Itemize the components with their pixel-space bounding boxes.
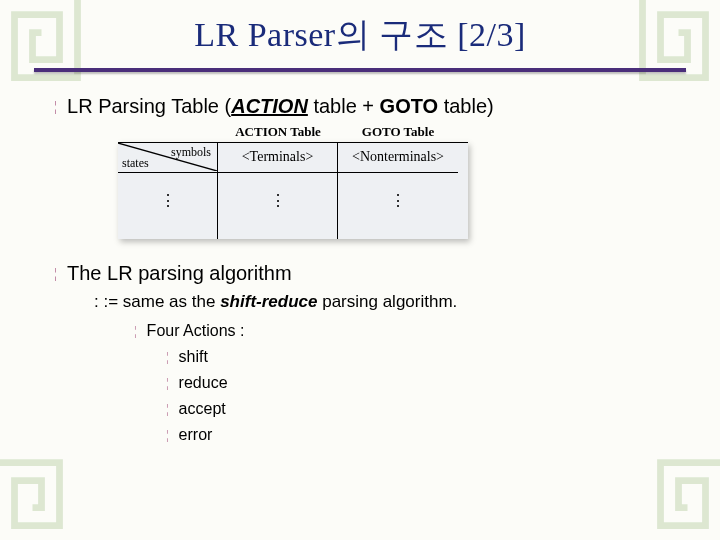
action-reduce-label: reduce: [179, 373, 228, 393]
label-blank: [118, 124, 218, 142]
corner-label-symbols: symbols: [171, 145, 211, 160]
parsing-table-diagram: ACTION Table GOTO Table symbols states ⋮…: [118, 124, 468, 239]
sub-definition: : := same as the shift-reduce parsing al…: [94, 291, 690, 313]
title-divider: [34, 68, 686, 72]
header-terminals: <Terminals>: [218, 143, 337, 171]
bullet-icon: ¦: [166, 373, 169, 393]
action-item-error: ¦ error: [166, 425, 690, 445]
bullet-1-mid1: table +: [308, 95, 380, 117]
sub-def-suffix: parsing algorithm.: [317, 292, 457, 311]
bullet-1-prefix: LR Parsing Table (: [67, 95, 231, 117]
bullet-1-action-word: ACTION: [231, 95, 308, 117]
action-item-shift: ¦ shift: [166, 347, 690, 367]
sub-definition-text: : := same as the shift-reduce parsing al…: [94, 291, 457, 313]
bullet-1-mid2: table): [438, 95, 494, 117]
vertical-ellipsis-icon: ⋮: [160, 191, 176, 210]
action-error-label: error: [179, 425, 213, 445]
slide-container: LR Parser의 구조 [2/3] ¦ LR Parsing Table (…: [0, 0, 720, 540]
bullet-2-text: The LR parsing algorithm: [67, 261, 292, 285]
bullet-lr-parsing-table: ¦ LR Parsing Table (ACTION table + GOTO …: [54, 94, 690, 118]
table-corner-cell: symbols states: [118, 143, 217, 171]
action-item-accept: ¦ accept: [166, 399, 690, 419]
header-nonterminals: <Nonterminals>: [338, 143, 458, 171]
bullet-1-text: LR Parsing Table (ACTION table + GOTO ta…: [67, 94, 494, 118]
sub-def-prefix: : := same as the: [94, 292, 220, 311]
table-col-terminals: <Terminals> ⋮: [218, 143, 338, 239]
table-col-states: symbols states ⋮: [118, 143, 218, 239]
four-actions-label: Four Actions :: [147, 321, 245, 341]
vertical-ellipsis-icon: ⋮: [390, 191, 406, 210]
label-goto-table: GOTO Table: [338, 124, 458, 142]
action-accept-label: accept: [179, 399, 226, 419]
table-col-nonterminals: <Nonterminals> ⋮: [338, 143, 458, 239]
sub-def-emph: shift-reduce: [220, 292, 317, 311]
bullet-icon: ¦: [134, 321, 137, 341]
label-action-table: ACTION Table: [218, 124, 338, 142]
vertical-ellipsis-icon: ⋮: [270, 191, 286, 210]
sub-four-actions: ¦ Four Actions :: [134, 321, 690, 341]
table-grid: symbols states ⋮ <Terminals> ⋮ <Nontermi…: [118, 142, 468, 239]
action-item-reduce: ¦ reduce: [166, 373, 690, 393]
slide-title: LR Parser의 구조 [2/3]: [30, 12, 690, 58]
bullet-lr-parsing-algorithm: ¦ The LR parsing algorithm: [54, 261, 690, 285]
bullet-icon: ¦: [166, 399, 169, 419]
corner-label-states: states: [122, 156, 149, 171]
bullet-1-goto-word: GOTO: [380, 95, 439, 117]
bullet-icon: ¦: [166, 425, 169, 445]
action-shift-label: shift: [179, 347, 208, 367]
bullet-icon: ¦: [166, 347, 169, 367]
bullet-icon: ¦: [54, 94, 57, 118]
bullet-icon: ¦: [54, 261, 57, 285]
